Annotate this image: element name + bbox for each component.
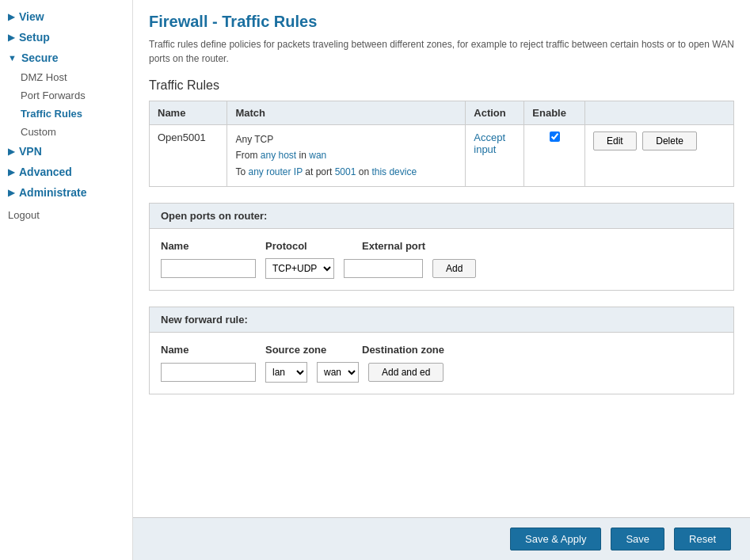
open-ports-add-button[interactable]: Add: [432, 259, 476, 278]
rule-match-cell: Any TCP From any host in wan To any rout…: [227, 125, 466, 187]
forward-rule-body: Name Source zone Destination zone lan wa…: [150, 333, 733, 394]
col-external-port-label: External port: [362, 240, 441, 252]
wan-link[interactable]: wan: [309, 150, 326, 161]
table-row: Open5001 Any TCP From any host in wan To…: [150, 125, 734, 187]
col-name-header: Name: [150, 101, 227, 125]
open-ports-protocol-select[interactable]: TCP+UDP TCP UDP: [265, 258, 334, 279]
rule-enable-cell: [524, 125, 585, 187]
administrate-arrow-icon: [8, 188, 14, 198]
forward-col-srczone-label: Source zone: [265, 344, 352, 356]
open-ports-protocol-col: TCP+UDP TCP UDP: [265, 258, 334, 279]
open-ports-form-row: TCP+UDP TCP UDP Add: [161, 258, 722, 279]
sidebar-subitem-custom[interactable]: Custom: [0, 123, 132, 141]
forward-rule-name-col: [161, 363, 256, 382]
page-title: Firewall - Traffic Rules: [149, 13, 734, 31]
this-device-link[interactable]: this device: [371, 166, 417, 177]
sidebar-subitem-traffic-rules[interactable]: Traffic Rules: [0, 105, 132, 123]
open-ports-body: Name Protocol External port TCP+UDP TCP …: [150, 229, 733, 290]
forward-rule-add-col: Add and ed: [368, 363, 447, 382]
forward-rule-dstzone-col: wan lan: [317, 362, 359, 383]
sidebar-item-vpn[interactable]: VPN: [0, 141, 132, 162]
forward-rule-header: New forward rule:: [150, 307, 733, 333]
sidebar-subitem-dmz-host[interactable]: DMZ Host: [0, 68, 132, 86]
footer-spacer: [149, 410, 734, 466]
col-protocol-label: Protocol: [265, 240, 352, 252]
logout-link[interactable]: Logout: [0, 203, 132, 227]
forward-rule-section: New forward rule: Name Source zone Desti…: [149, 307, 734, 394]
reset-button[interactable]: Reset: [674, 528, 731, 550]
col-match-header: Match: [227, 101, 466, 125]
open-ports-extport-col: [344, 259, 423, 278]
forward-rule-dstzone-select[interactable]: wan lan: [317, 362, 359, 383]
any-host-link[interactable]: any host: [261, 150, 296, 161]
sidebar-item-administrate[interactable]: Administrate: [0, 182, 132, 203]
traffic-rules-table: Name Match Action Enable Open5001 Any TC…: [149, 101, 734, 187]
save-button[interactable]: Save: [611, 528, 664, 550]
open-ports-name-col: [161, 259, 256, 278]
open-ports-col-labels: Name Protocol External port: [161, 240, 722, 252]
open-ports-add-col: Add: [432, 259, 479, 278]
delete-button[interactable]: Delete: [642, 131, 697, 150]
rule-name-cell: Open5001: [150, 125, 227, 187]
traffic-rules-heading: Traffic Rules: [149, 78, 734, 93]
sidebar-item-advanced[interactable]: Advanced: [0, 162, 132, 182]
rule-action-cell: Acceptinput: [466, 125, 524, 187]
col-name-label: Name: [161, 240, 256, 252]
rule-buttons-cell: Edit Delete: [584, 125, 733, 187]
sidebar-item-view[interactable]: View: [0, 6, 132, 27]
forward-col-dstzone-label: Destination zone: [362, 344, 449, 356]
open-ports-section: Open ports on router: Name Protocol Exte…: [149, 203, 734, 291]
forward-col-name-label: Name: [161, 344, 256, 356]
open-ports-header: Open ports on router:: [150, 204, 733, 229]
rule-enable-checkbox[interactable]: [550, 131, 560, 142]
main-content: Firewall - Traffic Rules Traffic rules d…: [133, 0, 750, 560]
open-ports-name-input[interactable]: [161, 259, 256, 278]
page-description: Traffic rules define policies for packet…: [149, 37, 734, 66]
sidebar-item-setup[interactable]: Setup: [0, 27, 132, 48]
forward-rule-col-labels: Name Source zone Destination zone: [161, 344, 722, 356]
forward-rule-add-button[interactable]: Add and ed: [368, 363, 444, 382]
sidebar-subitem-port-forwards[interactable]: Port Forwards: [0, 86, 132, 105]
forward-rule-srczone-col: lan wan: [265, 362, 307, 383]
save-apply-button[interactable]: Save & Apply: [510, 528, 601, 550]
advanced-arrow-icon: [8, 167, 14, 177]
forward-rule-name-input[interactable]: [161, 363, 256, 382]
secure-arrow-icon: [8, 53, 17, 63]
footer-bar: Save & Apply Save Reset: [133, 517, 750, 560]
sidebar-item-secure[interactable]: Secure: [0, 48, 132, 68]
open-ports-extport-input[interactable]: [344, 259, 423, 278]
sidebar: View Setup Secure DMZ Host Port Forwards…: [0, 0, 133, 560]
setup-arrow-icon: [8, 32, 14, 43]
forward-rule-form-row: lan wan wan lan Add and ed: [161, 362, 722, 383]
col-action-header: Action: [466, 101, 524, 125]
edit-button[interactable]: Edit: [593, 131, 637, 150]
col-buttons-header: [584, 101, 733, 125]
view-arrow-icon: [8, 12, 14, 22]
any-router-ip-link[interactable]: any router IP: [249, 166, 303, 177]
accept-input-link[interactable]: Acceptinput: [474, 131, 505, 155]
vpn-arrow-icon: [8, 147, 14, 157]
port-5001-link[interactable]: 5001: [335, 166, 356, 177]
col-enable-header: Enable: [524, 101, 585, 125]
forward-rule-srczone-select[interactable]: lan wan: [265, 362, 307, 383]
